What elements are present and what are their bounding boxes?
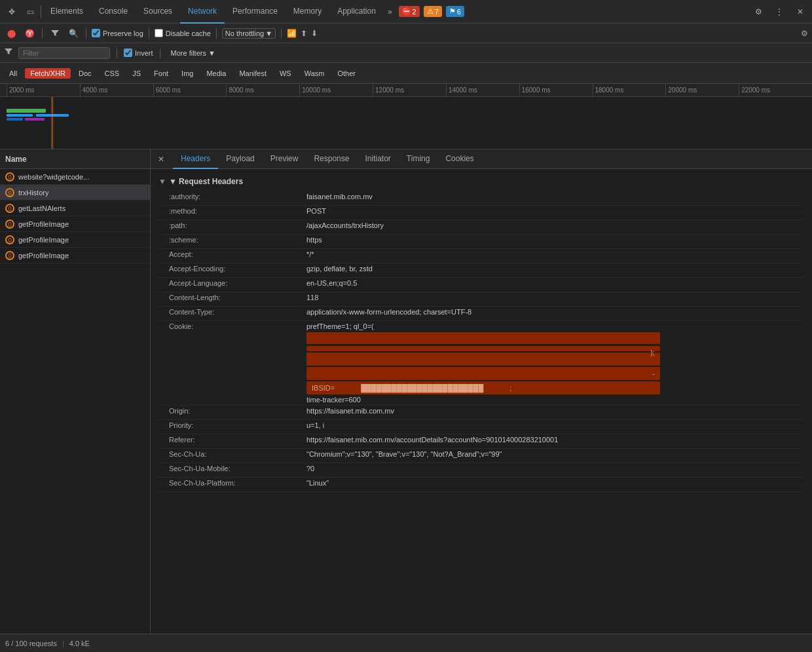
ruler-mark: 8000 ms — [226, 84, 299, 96]
upload-icon[interactable]: ⬆ — [301, 29, 307, 38]
header-name: :scheme: — [169, 236, 306, 244]
warning-icon: ⚠ — [427, 7, 434, 16]
detail-tab-initiator[interactable]: Initiator — [357, 149, 398, 169]
more-options-icon[interactable]: ⋮ — [770, 3, 788, 21]
header-value: https — [306, 236, 322, 244]
more-tabs-button[interactable]: » — [384, 7, 396, 16]
header-name: Accept: — [169, 250, 306, 258]
type-filter-all[interactable]: All — [4, 68, 22, 79]
type-filter-other[interactable]: Other — [332, 68, 361, 79]
device-icon[interactable]: ▭ — [21, 3, 39, 21]
filter-funnel-icon — [4, 47, 13, 58]
request-headers-section[interactable]: ▼ ▼ Request Headers — [158, 174, 804, 189]
throttle-selector[interactable]: No throttling ▼ — [222, 28, 276, 39]
request-item[interactable]: {}getProfileImage — [0, 248, 150, 263]
invert-checkbox[interactable]: Invert — [124, 48, 153, 57]
type-filter-font[interactable]: Font — [149, 68, 174, 79]
request-item[interactable]: {}getProfileImage — [0, 216, 150, 232]
tab-elements[interactable]: Elements — [43, 0, 91, 24]
cursor-icon[interactable]: ✥ — [3, 3, 21, 21]
header-row: :path:/ajaxAccounts/trxHistory — [158, 220, 804, 235]
tab-sources[interactable]: Sources — [136, 0, 180, 24]
timeline: 2000 ms4000 ms6000 ms8000 ms10000 ms1200… — [0, 84, 812, 149]
timeline-ruler: 2000 ms4000 ms6000 ms8000 ms10000 ms1200… — [0, 84, 812, 97]
header-value: https://faisanet.mib.com.mv — [306, 407, 394, 415]
header-name: :method: — [169, 207, 306, 215]
timeline-marker-red — [51, 97, 52, 149]
type-filter-css[interactable]: CSS — [100, 68, 125, 79]
tab-network[interactable]: Network — [180, 0, 225, 24]
disable-cache-checkbox[interactable]: Disable cache — [155, 29, 211, 37]
request-name: website?widgetcode... — [18, 173, 89, 181]
request-item[interactable]: {}getProfileImage — [0, 232, 150, 248]
tab-console[interactable]: Console — [91, 0, 136, 24]
type-filter-media[interactable]: Media — [201, 68, 231, 79]
wifi-icon[interactable]: 📶 — [287, 29, 297, 38]
cookie-block-1: ); — [306, 346, 660, 351]
record-button[interactable]: ⬤ — [4, 26, 18, 41]
timeline-bar-darkblue — [7, 118, 23, 121]
download-icon[interactable]: ⬇ — [311, 29, 318, 38]
type-filter-ws[interactable]: WS — [274, 68, 297, 79]
header-value: en-US,en;q=0.5 — [306, 279, 357, 287]
ruler-mark: 18000 ms — [593, 84, 666, 96]
header-name: :authority: — [169, 193, 306, 201]
timeline-bar-purple — [25, 118, 45, 121]
detail-tab-headers[interactable]: Headers — [173, 149, 218, 169]
request-name: getProfileImage — [18, 220, 69, 228]
preserve-log-checkbox[interactable]: Preserve log — [92, 29, 143, 37]
request-item[interactable]: {}getLastNAlerts — [0, 201, 150, 216]
type-filter-js[interactable]: JS — [127, 68, 146, 79]
detail-tab-timing[interactable]: Timing — [399, 149, 438, 169]
type-filter-fetch/xhr[interactable]: Fetch/XHR — [25, 68, 71, 79]
tab-performance[interactable]: Performance — [225, 0, 286, 24]
cookie-block-4: IBSID=████████████████████████; — [306, 381, 660, 394]
detail-tab-cookies[interactable]: Cookies — [437, 149, 481, 169]
request-item[interactable]: {}website?widgetcode... — [0, 169, 150, 185]
header-name: Origin: — [169, 407, 306, 415]
clear-button[interactable]: ♈ — [22, 26, 37, 41]
more-filters-button[interactable]: More filters ▼ — [167, 48, 219, 58]
toolbar-settings-icon[interactable]: ⚙ — [801, 29, 808, 38]
header-row: Content-Type:application/x-www-form-urle… — [158, 307, 804, 321]
header-row: Sec-Ch-Ua:"Chromium";v="130", "Brave";v=… — [158, 449, 804, 463]
detail-tab-preview[interactable]: Preview — [263, 149, 306, 169]
type-filter-img[interactable]: Img — [176, 68, 198, 79]
header-row: Origin:https://faisanet.mib.com.mv — [158, 406, 804, 420]
request-type-icon: {} — [5, 172, 14, 182]
request-item[interactable]: {}trxHistory — [0, 185, 150, 201]
ruler-mark: 22000 ms — [739, 84, 812, 96]
header-row: Accept-Encoding:gzip, deflate, br, zstd — [158, 263, 804, 278]
detail-tab-response[interactable]: Response — [306, 149, 357, 169]
timeline-marker-orange — [52, 97, 53, 149]
search-icon[interactable]: 🔍 — [66, 26, 81, 41]
type-filter-row: AllFetch/XHRDocCSSJSFontImgMediaManifest… — [0, 63, 812, 84]
filter-input[interactable] — [18, 47, 110, 59]
warning-badge[interactable]: ⚠ 7 — [424, 6, 442, 17]
tab-memory[interactable]: Memory — [286, 0, 329, 24]
header-row: Accept-Language:en-US,en;q=0.5 — [158, 278, 804, 292]
timeline-chart — [0, 97, 812, 149]
settings-icon[interactable]: ⚙ — [749, 3, 767, 21]
close-detail-button[interactable]: ✕ — [155, 153, 168, 166]
header-name: Referer: — [169, 436, 306, 444]
info-badge[interactable]: ⚑ 6 — [446, 6, 464, 17]
detail-tabs: ✕ HeadersPayloadPreviewResponseInitiator… — [151, 149, 812, 169]
request-type-icon: {} — [5, 188, 14, 197]
ruler-mark: 2000 ms — [7, 84, 80, 96]
detail-tab-payload[interactable]: Payload — [218, 149, 262, 169]
close-icon[interactable]: ✕ — [791, 3, 809, 21]
tab-application[interactable]: Application — [329, 0, 384, 24]
type-filter-manifest[interactable]: Manifest — [234, 68, 272, 79]
chevron-down-icon: ▼ — [265, 29, 272, 37]
type-filter-doc[interactable]: Doc — [73, 68, 97, 79]
error-icon: ⛔ — [402, 7, 411, 16]
request-list: Name {}website?widgetcode...{}trxHistory… — [0, 149, 151, 634]
filter-icon[interactable] — [48, 26, 62, 41]
error-badge[interactable]: ⛔ 2 — [399, 6, 420, 17]
ruler-mark: 14000 ms — [446, 84, 519, 96]
header-value: POST — [306, 207, 326, 215]
request-type-icon: {} — [5, 235, 14, 244]
header-row: Priority:u=1, i — [158, 420, 804, 434]
type-filter-wasm[interactable]: Wasm — [299, 68, 330, 79]
